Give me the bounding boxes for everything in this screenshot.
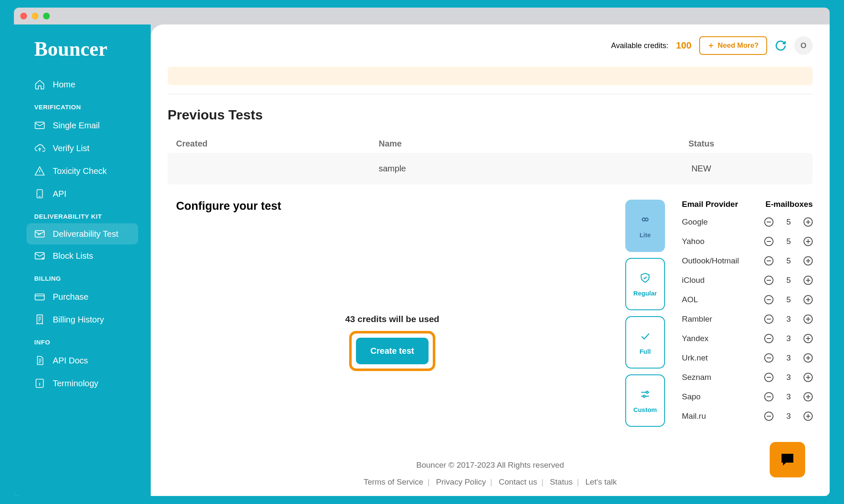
increment-button[interactable] bbox=[803, 373, 813, 382]
decrement-button[interactable] bbox=[764, 334, 773, 343]
link-privacy[interactable]: Privacy Policy bbox=[432, 477, 490, 486]
nav-api[interactable]: API bbox=[22, 182, 142, 205]
increment-button[interactable] bbox=[803, 276, 813, 285]
decrement-button[interactable] bbox=[764, 217, 773, 227]
th-mailboxes: E-mailboxes bbox=[765, 200, 813, 209]
svg-rect-4 bbox=[35, 294, 44, 300]
tier-regular[interactable]: Regular bbox=[625, 258, 665, 310]
increment-button[interactable] bbox=[803, 295, 813, 304]
main-content: Available credits: 100 Need More? O Prev… bbox=[151, 24, 830, 496]
section-billing: BILLING bbox=[22, 267, 142, 285]
increment-button[interactable] bbox=[803, 334, 813, 343]
section-verification: VERIFICATION bbox=[22, 96, 142, 114]
divider bbox=[168, 94, 813, 95]
nav-single-email[interactable]: Single Email bbox=[22, 114, 142, 137]
decrement-button[interactable] bbox=[764, 256, 773, 266]
link-talk[interactable]: Let's talk bbox=[581, 477, 621, 486]
provider-row: Mail.ru 3 bbox=[682, 412, 813, 421]
nav-block-lists[interactable]: Block Lists bbox=[22, 244, 142, 267]
shield-icon bbox=[639, 272, 651, 284]
provider-row: Urk.net 3 bbox=[682, 353, 813, 363]
cell-name: sample bbox=[379, 164, 598, 173]
tier-selector: Lite Regular Full Custom bbox=[625, 200, 665, 427]
provider-name: Mail.ru bbox=[682, 412, 706, 421]
increment-button[interactable] bbox=[803, 314, 813, 324]
provider-row: AOL 5 bbox=[682, 295, 813, 304]
topbar: Available credits: 100 Need More? O bbox=[151, 24, 830, 67]
provider-row: iCloud 5 bbox=[682, 276, 813, 285]
brand-logo[interactable]: Bouncer bbox=[22, 37, 142, 73]
link-tos[interactable]: Terms of Service bbox=[359, 477, 427, 486]
mailbox-count: 5 bbox=[786, 276, 791, 285]
device-icon bbox=[34, 188, 45, 199]
avatar-initial: O bbox=[801, 41, 806, 50]
maximize-window-icon[interactable] bbox=[43, 13, 50, 19]
credits-amount: 100 bbox=[676, 40, 692, 51]
user-avatar[interactable]: O bbox=[794, 36, 813, 55]
need-more-button[interactable]: Need More? bbox=[699, 36, 767, 55]
decrement-button[interactable] bbox=[764, 353, 773, 363]
provider-name: Google bbox=[682, 217, 708, 227]
decrement-button[interactable] bbox=[764, 392, 773, 401]
decrement-button[interactable] bbox=[764, 412, 773, 421]
decrement-button[interactable] bbox=[764, 314, 773, 324]
link-contact[interactable]: Contact us bbox=[494, 477, 541, 486]
provider-name: AOL bbox=[682, 295, 698, 304]
th-status: Status bbox=[598, 139, 804, 149]
provider-name: iCloud bbox=[682, 276, 705, 285]
nav-label: Purchase bbox=[53, 292, 89, 302]
provider-row: Seznam 3 bbox=[682, 373, 813, 382]
nav-label: Toxicity Check bbox=[53, 166, 107, 176]
increment-button[interactable] bbox=[803, 412, 813, 421]
nav-billing-history[interactable]: Billing History bbox=[22, 308, 142, 331]
nav-purchase[interactable]: Purchase bbox=[22, 285, 142, 308]
nav-verify-list[interactable]: Verify List bbox=[22, 137, 142, 160]
nav-deliverability-test[interactable]: Deliverability Test bbox=[27, 223, 138, 244]
create-test-button[interactable]: Create test bbox=[356, 338, 428, 364]
nav-label: Deliverability Test bbox=[53, 229, 118, 239]
mailbox-count: 3 bbox=[786, 373, 791, 382]
increment-button[interactable] bbox=[803, 392, 813, 401]
app-shell: Bouncer Home VERIFICATION Single Email V… bbox=[14, 24, 830, 496]
envelope-icon bbox=[34, 120, 45, 131]
decrement-button[interactable] bbox=[764, 373, 773, 382]
chat-button[interactable] bbox=[770, 442, 805, 477]
configure-title: Configure your test bbox=[176, 200, 608, 213]
document-icon bbox=[34, 355, 45, 366]
nav-home[interactable]: Home bbox=[22, 73, 142, 96]
tier-full[interactable]: Full bbox=[625, 316, 665, 369]
nav-toxicity-check[interactable]: Toxicity Check bbox=[22, 160, 142, 182]
nav-label: API bbox=[53, 189, 66, 199]
warning-icon bbox=[34, 165, 45, 176]
tier-custom[interactable]: Custom bbox=[625, 374, 665, 427]
provider-name: Outlook/Hotmail bbox=[682, 256, 739, 266]
provider-name: Urk.net bbox=[682, 353, 708, 363]
providers-panel: Email Provider E-mailboxes Google 5 Yaho… bbox=[682, 200, 813, 431]
increment-button[interactable] bbox=[803, 217, 813, 227]
svg-rect-3 bbox=[35, 252, 44, 259]
decrement-button[interactable] bbox=[764, 237, 773, 246]
receipt-icon bbox=[34, 314, 45, 325]
nav-terminology[interactable]: Terminology bbox=[22, 372, 142, 395]
tier-lite[interactable]: Lite bbox=[625, 200, 665, 252]
sliders-icon bbox=[639, 388, 651, 400]
nav-label: API Docs bbox=[53, 356, 88, 366]
table-row[interactable]: sample NEW bbox=[168, 153, 813, 184]
increment-button[interactable] bbox=[803, 353, 813, 363]
provider-name: Rambler bbox=[682, 314, 712, 324]
decrement-button[interactable] bbox=[764, 295, 773, 304]
reload-button[interactable] bbox=[775, 40, 787, 51]
mailbox-count: 3 bbox=[786, 314, 791, 324]
close-window-icon[interactable] bbox=[20, 13, 27, 19]
mailbox-count: 5 bbox=[786, 256, 791, 266]
cell-created bbox=[176, 164, 379, 173]
decrement-button[interactable] bbox=[764, 276, 773, 285]
increment-button[interactable] bbox=[803, 256, 813, 266]
nav-api-docs[interactable]: API Docs bbox=[22, 349, 142, 372]
th-name: Name bbox=[379, 139, 598, 149]
minimize-window-icon[interactable] bbox=[32, 13, 38, 19]
footer: Bouncer © 2017-2023 All Rights reserved … bbox=[151, 448, 830, 496]
link-status[interactable]: Status bbox=[545, 477, 577, 486]
credits-label: Available credits: bbox=[611, 41, 668, 50]
increment-button[interactable] bbox=[803, 237, 813, 246]
